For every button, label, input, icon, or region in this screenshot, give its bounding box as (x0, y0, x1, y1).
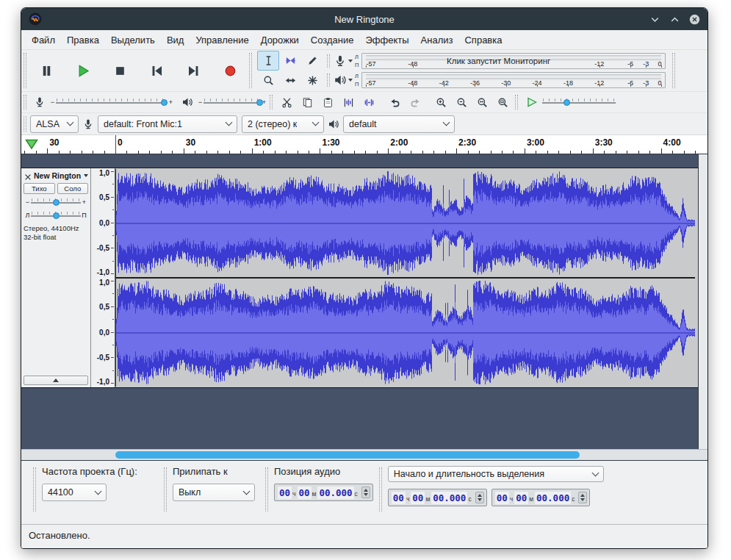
monitoring-hint[interactable]: Клик запустит Мониторинг (447, 57, 550, 65)
title-bar[interactable]: New Ringtone (21, 8, 707, 30)
menu-item-1[interactable]: Правка (61, 32, 105, 49)
time-digit[interactable]: 00 (392, 492, 406, 504)
track-close-icon[interactable] (24, 171, 32, 180)
recording-device-combo[interactable]: default: Front Mic:1 (98, 115, 237, 133)
zoom-in-button[interactable] (431, 93, 451, 112)
slider-rail[interactable] (542, 96, 616, 108)
microphone-icon[interactable] (334, 54, 347, 68)
recording-volume-slider[interactable]: − + (49, 96, 174, 108)
gain-slider[interactable]: − + (24, 196, 87, 207)
time-spinner[interactable] (578, 492, 587, 503)
copy-button[interactable] (297, 93, 317, 112)
undo-button[interactable] (384, 93, 405, 112)
selection-toolbar-gripper[interactable] (265, 467, 268, 511)
playback-meter[interactable]: -57-48-42-36-30-24-18-12-6-30 (361, 72, 666, 88)
scrollbar-thumb[interactable] (115, 451, 580, 459)
spinner-down-icon[interactable] (364, 493, 368, 496)
track-collapse-button[interactable] (24, 376, 88, 385)
dock-gripper[interactable] (672, 53, 675, 88)
menu-item-5[interactable]: Дорожки (255, 32, 305, 49)
track-name-button[interactable]: New Rington (34, 170, 88, 181)
play-at-speed-button[interactable] (522, 93, 542, 112)
transport-toolbar-gripper[interactable] (24, 53, 26, 88)
selection-toolbar-gripper[interactable] (164, 467, 167, 511)
time-digit[interactable]: 00.000 (431, 492, 467, 504)
maximize-button[interactable] (669, 14, 680, 25)
recording-channels-combo[interactable]: 2 (стерео) к (242, 115, 324, 133)
recording-meter-gripper[interactable] (327, 54, 330, 68)
skip-end-button[interactable] (177, 54, 210, 87)
project-rate-combo[interactable]: 44100 (42, 484, 107, 501)
time-digit[interactable]: 00 (495, 492, 509, 504)
close-button[interactable] (689, 14, 700, 25)
minimize-button[interactable] (649, 14, 660, 25)
zoom-selection-button[interactable] (472, 93, 492, 112)
menu-item-6[interactable]: Создание (305, 32, 360, 49)
multi-tool-button[interactable] (301, 71, 323, 90)
time-digit[interactable]: 00.000 (535, 492, 571, 504)
trim-button[interactable] (338, 93, 359, 112)
slider-thumb[interactable] (53, 199, 60, 206)
slider-rail[interactable] (204, 96, 261, 108)
spinner-down-icon[interactable] (478, 498, 482, 501)
slider-thumb[interactable] (563, 99, 570, 106)
slider-rail[interactable] (31, 209, 81, 220)
cut-button[interactable] (276, 93, 297, 112)
track-area[interactable]: New Rington Тихо Соло − + Л П (21, 154, 707, 449)
spinner-up-icon[interactable] (478, 494, 482, 497)
selection-tool-button[interactable] (257, 51, 279, 71)
skip-start-button[interactable] (140, 54, 173, 87)
menu-item-8[interactable]: Анализ (415, 32, 459, 49)
tools-toolbar-gripper[interactable] (249, 53, 252, 88)
slider-rail[interactable] (31, 196, 81, 207)
menu-item-9[interactable]: Справка (458, 32, 508, 49)
slider-thumb[interactable] (256, 99, 263, 106)
play-pin-icon[interactable] (25, 139, 38, 150)
selection-start-display[interactable]: 00ч00м00.000с (388, 489, 487, 506)
play-at-speed-gripper[interactable] (515, 95, 518, 110)
time-digit[interactable]: 00 (411, 492, 425, 504)
menu-item-4[interactable]: Управление (190, 32, 254, 49)
silence-button[interactable] (359, 93, 379, 112)
vertical-ruler[interactable]: 1,00,50,0-0,5-1,01,00,50,0-0,5-1,0 (91, 168, 115, 387)
menu-item-2[interactable]: Выделить (105, 32, 161, 49)
time-digit[interactable]: 00 (514, 492, 528, 504)
time-digit[interactable]: 00.000 (317, 487, 353, 499)
mixer-toolbar-gripper[interactable] (24, 95, 26, 110)
slider-thumb[interactable] (53, 212, 60, 219)
device-toolbar-gripper[interactable] (24, 116, 26, 132)
time-spinner[interactable] (475, 492, 484, 503)
paste-button[interactable] (317, 93, 338, 112)
mute-button[interactable]: Тихо (24, 183, 55, 194)
menu-item-3[interactable]: Вид (161, 32, 190, 49)
zoom-out-button[interactable] (451, 93, 472, 112)
time-digit[interactable]: 00 (278, 487, 292, 499)
playback-meter-gripper[interactable] (327, 73, 330, 87)
spinner-down-icon[interactable] (580, 498, 585, 501)
record-button[interactable] (214, 54, 247, 87)
playback-speed-slider[interactable] (542, 96, 616, 108)
timeline-ruler[interactable]: 300301:001:302:002:303:003:304:00 (21, 135, 707, 154)
stop-button[interactable] (104, 54, 137, 87)
menu-item-7[interactable]: Эффекты (359, 32, 414, 49)
selection-mode-combo[interactable]: Начало и длительность выделения (388, 466, 604, 482)
play-button[interactable] (67, 54, 100, 87)
horizontal-scrollbar[interactable] (21, 449, 707, 460)
menu-item-0[interactable]: Файл (26, 32, 61, 49)
time-digit[interactable]: 00 (298, 487, 312, 499)
spinner-up-icon[interactable] (580, 494, 585, 497)
slider-rail[interactable] (56, 96, 168, 108)
vertical-scrollbar[interactable] (698, 154, 707, 449)
chevron-down-icon[interactable] (348, 60, 353, 62)
time-spinner[interactable] (361, 487, 370, 498)
waveform-region[interactable] (115, 168, 698, 387)
slider-thumb[interactable] (161, 99, 168, 106)
waveform-canvas[interactable] (115, 169, 695, 387)
recording-meter[interactable]: Клик запустит Мониторинг -57-48-12-6-30 (361, 53, 666, 69)
playback-device-combo[interactable]: default (343, 115, 455, 133)
zoom-fit-button[interactable] (492, 93, 513, 112)
speaker-icon[interactable] (334, 73, 347, 87)
selection-length-display[interactable]: 00ч00м00.000с (491, 489, 591, 506)
envelope-tool-button[interactable] (279, 51, 301, 71)
audio-position-display[interactable]: 00ч00м00.000с (274, 484, 373, 501)
